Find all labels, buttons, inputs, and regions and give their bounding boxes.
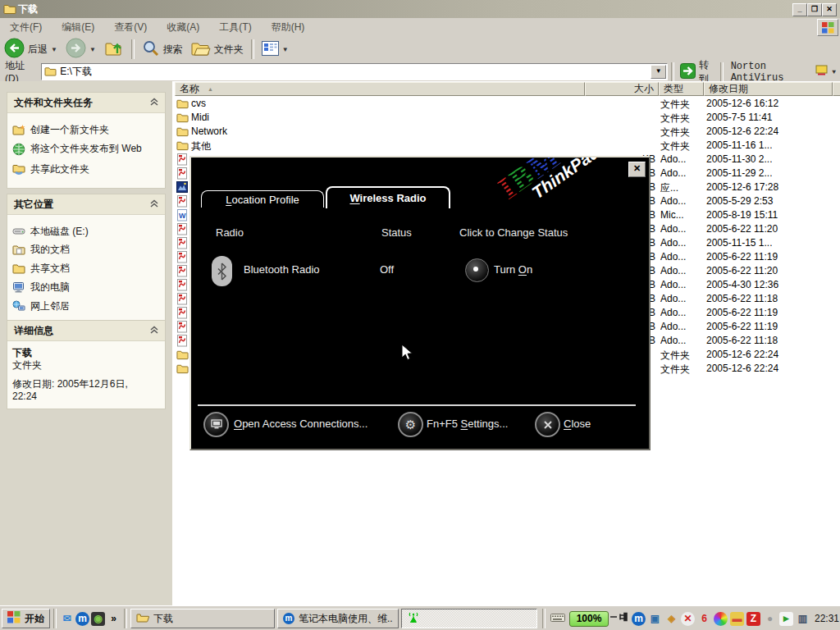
menu-item[interactable]: 文件(F) [0,18,52,37]
column-header-date[interactable]: 修改日期 [704,82,833,96]
fn-f5-settings-button[interactable]: ⚙ [398,412,423,437]
file-date: 2005-5-29 2:53 [706,195,773,207]
tray-player-icon[interactable]: ► [779,612,793,626]
tray-lightning-icon[interactable]: Z [746,612,760,626]
restore-button[interactable]: ❐ [807,3,822,16]
file-type: 文件夹 [660,112,703,126]
sidebar-item-label: 创建一个新文件夹 [30,124,109,135]
details-header[interactable]: 详细信息 [7,321,165,341]
maxthon-icon[interactable]: m [75,612,89,626]
address-dropdown-icon[interactable]: ▼ [651,65,666,79]
sidebar-item[interactable]: 共享文档 [12,262,160,276]
svg-text:W: W [179,212,186,220]
tray-maxthon-icon[interactable]: m [632,612,646,626]
address-separator [671,62,674,82]
overflow-chevron[interactable]: » [107,612,121,626]
taskbar-button-download[interactable]: 下载 [130,609,275,628]
search-button[interactable]: 搜索 [138,38,187,62]
tray-red6-icon[interactable]: 6 [697,612,711,626]
tray-disc-icon[interactable]: ● [763,612,777,626]
file-type: Ado... [660,335,703,346]
collapse-chevron-icon[interactable] [150,199,158,210]
sidebar-item[interactable]: 创建一个新文件夹 [12,124,160,138]
tray-network-icon[interactable]: ▣ [648,612,662,626]
turn-on-button[interactable] [465,258,489,282]
close-button[interactable]: ✕ [822,3,837,16]
menu-item[interactable]: 帮助(H) [262,18,315,37]
details-panel: 详细信息 下载 文件夹 修改日期: 2005年12月6日, 22:24 [7,320,166,409]
other-places-header[interactable]: 其它位置 [7,194,165,215]
file-name[interactable]: 其他 [191,139,211,153]
start-button[interactable]: 开始 [2,609,50,628]
file-date: 2005-11-29 2... [706,167,773,179]
tray-card-icon[interactable]: ▬ [730,612,744,626]
dialog-close-action-button[interactable] [535,412,560,437]
tray-colorwheel-icon[interactable] [714,612,728,626]
back-caret-icon[interactable]: ▼ [51,46,57,53]
sort-ascending-icon: ▲ [208,86,213,92]
file-date: 2005-6-22 11:19 [706,307,778,318]
menu-item[interactable]: 查看(V) [104,18,157,37]
collapse-chevron-icon[interactable] [150,325,158,336]
start-label: 开始 [25,612,44,626]
sidebar-item[interactable]: 共享此文件夹 [12,163,160,177]
folders-button[interactable]: 文件夹 [187,39,248,61]
sidebar-item[interactable]: 将这个文件夹发布到 Web [12,143,160,158]
battery-indicator[interactable]: 100% [569,611,609,627]
forward-button[interactable]: ▼ [62,36,100,62]
file-date: 2005-6-22 11:20 [706,223,778,235]
tray-mute-icon[interactable]: ✕ [681,612,695,626]
file-row[interactable]: Midi文件夹2005-7-5 11:41 [175,111,840,125]
open-access-connections-label[interactable]: Open Access Connections... [234,418,368,430]
sidebar-item[interactable]: 我的文档 [12,244,160,258]
file-name[interactable]: Midi [191,112,209,123]
open-access-connections-button[interactable] [203,412,229,437]
dialog-close-action-label[interactable]: Close [564,418,591,430]
sidebar-item-label: 我的文档 [30,244,70,255]
taskbar-button-wireless[interactable] [401,609,537,628]
views-button[interactable]: ▼ [258,39,293,60]
norton-caret-icon[interactable]: ▼ [832,68,836,75]
tab-location-profile[interactable]: Location Profile [201,190,324,208]
menu-item[interactable]: 工具(T) [209,18,261,37]
my-computer-icon [12,281,25,295]
file-type: 文件夹 [660,363,703,377]
tray-viewer-icon[interactable]: ◈ [664,612,678,626]
sidebar-item[interactable]: 本地磁盘 (E:) [12,226,160,239]
file-row[interactable]: Network文件夹2005-12-6 22:24 [175,125,840,139]
menu-item[interactable]: 编辑(E) [52,18,104,37]
tray-display-icon[interactable]: ▥ [796,612,810,626]
menu-item[interactable]: 收藏(A) [157,18,209,37]
task-pane-sidebar: 文件和文件夹任务 创建一个新文件夹将这个文件夹发布到 Web共享此文件夹 其它位… [0,81,173,605]
column-header-size[interactable]: 大小 [585,82,659,96]
sidebar-item[interactable]: 我的电脑 [12,281,160,295]
file-name[interactable]: Network [191,126,227,137]
app-icon [176,181,188,195]
file-name[interactable]: cvs [191,98,206,109]
clock[interactable]: 22:31 [815,613,839,624]
sidebar-item-label: 我的电脑 [30,281,70,293]
outlook-express-icon[interactable]: ✉ [60,612,74,626]
minimize-button[interactable]: _ [792,3,807,16]
column-header-type[interactable]: 类型 [659,82,704,96]
sidebar-item[interactable]: 网上邻居 [12,300,160,314]
turn-on-label[interactable]: Turn On [494,263,532,276]
fn-f5-settings-label[interactable]: Fn+F5 Settings... [427,418,508,430]
acdsee-icon[interactable]: ◉ [91,612,105,626]
file-row[interactable]: cvs文件夹2005-12-6 16:12 [175,97,840,111]
views-caret-icon[interactable]: ▼ [282,46,289,53]
file-tasks-header[interactable]: 文件和文件夹任务 [7,93,165,113]
column-header-name[interactable]: 名称 ▲ [175,82,585,96]
column-name-label: 名称 [180,82,199,96]
dialog-close-button[interactable]: ✕ [628,162,646,177]
address-input[interactable]: E:\下载 ▼ [41,63,668,80]
other-places-panel: 其它位置 本地磁盘 (E:)我的文档共享文档我的电脑网上邻居 [7,194,166,326]
file-row[interactable]: 其他文件夹2005-11-16 1... [175,139,840,153]
taskbar-button-browser[interactable]: m 笔记本电脑使用、维... [277,609,399,628]
file-type: Ado... [660,293,703,304]
tab-wireless-radio[interactable]: Wireless Radio [326,186,450,208]
keyboard-tray-icon[interactable] [550,611,565,626]
forward-caret-icon[interactable]: ▼ [89,46,96,53]
collapse-chevron-icon[interactable] [150,97,158,108]
up-button[interactable] [100,37,128,62]
